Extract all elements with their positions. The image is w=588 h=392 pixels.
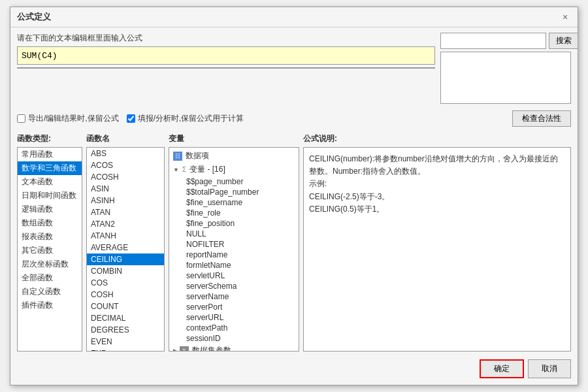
dataset-params-group[interactable]: ▶Σ数据集参数 <box>171 344 297 351</box>
formula-multiline-area[interactable] <box>17 67 435 69</box>
category-item-common[interactable]: 常用函数 <box>18 148 82 161</box>
category-item-count[interactable]: 数组函数 <box>18 216 82 230</box>
options-row: 导出/编辑结果时,保留公式 填报/分析时,保留公式用于计算 检查合法性 <box>17 108 571 129</box>
function-list: ABSACOSACOSHASINASINHATANATAN2ATANHAVERA… <box>86 147 165 351</box>
close-button[interactable]: × <box>559 11 571 23</box>
export-option[interactable]: 导出/编辑结果时,保留公式 <box>17 113 119 124</box>
dataset-params-label: 数据集参数 <box>192 345 231 351</box>
function-item-count[interactable]: COUNT <box>87 301 164 312</box>
formula-dialog: 公式定义 × 请在下面的文本编辑框里面输入公式 搜索 导出/编辑结果时,保 <box>10 7 578 385</box>
variable-item[interactable]: NULL <box>171 229 297 239</box>
function-item-atanh[interactable]: ATANH <box>87 230 164 242</box>
function-item-average[interactable]: AVERAGE <box>87 242 164 253</box>
category-item-plugin[interactable]: 插件函数 <box>18 299 82 312</box>
variable-item[interactable]: $$page_number <box>171 176 297 187</box>
function-item-even[interactable]: EVEN <box>87 336 164 348</box>
formula-input[interactable] <box>17 46 435 65</box>
search-row: 搜索 <box>440 33 571 49</box>
title-bar: 公式定义 × <box>10 7 578 27</box>
variable-item[interactable]: serverSchema <box>171 281 297 291</box>
main-panels: 函数类型: 常用函数数学和三角函数文本函数日期和时间函数逻辑函数数组函数报表函数… <box>17 133 571 351</box>
variable-item[interactable]: serverURL <box>171 312 297 323</box>
category-label: 函数类型: <box>17 133 82 144</box>
variable-item[interactable]: reportName <box>171 250 297 260</box>
variable-item[interactable]: servletURL <box>171 270 297 281</box>
variable-item[interactable]: NOFILTER <box>171 239 297 250</box>
category-list: 常用函数数学和三角函数文本函数日期和时间函数逻辑函数数组函数报表函数其它函数层次… <box>17 147 82 351</box>
function-item-asinh[interactable]: ASINH <box>87 195 164 206</box>
variable-item[interactable]: $fine_position <box>171 218 297 229</box>
confirm-button[interactable]: 确定 <box>480 359 524 378</box>
variable-panel: 变量 ☷数据项▼Σ变量 - [16]$$page_number$$totalPa… <box>169 133 299 351</box>
category-item-datetime[interactable]: 日期和时间函数 <box>18 189 82 203</box>
function-item-combin[interactable]: COMBIN <box>87 265 164 277</box>
variable-item[interactable]: serverPort <box>171 302 297 312</box>
data-items-group[interactable]: ☷数据项 <box>171 149 297 163</box>
variable-tree: ☷数据项▼Σ变量 - [16]$$page_number$$totalPage_… <box>169 147 299 351</box>
search-button[interactable]: 搜索 <box>549 33 578 49</box>
category-item-math[interactable]: 数学和三角函数 <box>18 161 82 175</box>
cancel-button[interactable]: 取消 <box>528 359 571 378</box>
check-validity-button[interactable]: 检查合法性 <box>512 110 571 127</box>
function-item-cosh[interactable]: COSH <box>87 289 164 301</box>
grid-icon: ☷ <box>173 152 182 161</box>
expand-icon-dataset: ▶ <box>173 348 178 352</box>
function-label: 函数名 <box>86 133 165 144</box>
category-item-custom[interactable]: 自定义函数 <box>18 285 82 299</box>
variable-item[interactable]: contextPath <box>171 323 297 333</box>
top-section: 请在下面的文本编辑框里面输入公式 搜索 <box>17 33 571 104</box>
variable-item[interactable]: sessionID <box>171 333 297 344</box>
category-item-other[interactable]: 其它函数 <box>18 244 82 257</box>
function-item-degrees[interactable]: DEGREES <box>87 324 164 336</box>
fill-checkbox[interactable] <box>127 114 135 123</box>
fill-option[interactable]: 填报/分析时,保留公式用于计算 <box>127 113 244 124</box>
sigma-icon-2: Σ <box>180 346 189 352</box>
function-panel: 函数名 ABSACOSACOSHASINASINHATANATAN2ATANHA… <box>86 133 165 351</box>
dialog-body: 请在下面的文本编辑框里面输入公式 搜索 导出/编辑结果时,保留公式 填报/分析时… <box>10 27 578 385</box>
fill-label: 填报/分析时,保留公式用于计算 <box>138 113 244 124</box>
function-item-abs[interactable]: ABS <box>87 148 164 159</box>
function-item-ceiling[interactable]: CEILING <box>87 253 164 265</box>
category-item-text[interactable]: 文本函数 <box>18 175 82 189</box>
function-item-acosh[interactable]: ACOSH <box>87 171 164 183</box>
variable-group-label: 变量 - [16] <box>189 164 225 175</box>
variable-item[interactable]: $$totalPage_number <box>171 187 297 197</box>
export-checkbox[interactable] <box>17 114 25 123</box>
variable-item[interactable]: serverName <box>171 291 297 302</box>
variable-item[interactable]: formletName <box>171 260 297 270</box>
category-panel: 函数类型: 常用函数数学和三角函数文本函数日期和时间函数逻辑函数数组函数报表函数… <box>17 133 82 351</box>
formula-left: 请在下面的文本编辑框里面输入公式 <box>17 33 435 69</box>
variable-label: 变量 <box>169 133 299 144</box>
category-item-logic[interactable]: 逻辑函数 <box>18 203 82 216</box>
function-item-exp[interactable]: EXP <box>87 348 164 351</box>
function-item-decimal[interactable]: DECIMAL <box>87 312 164 324</box>
category-item-layer[interactable]: 层次坐标函数 <box>18 257 82 271</box>
category-item-all[interactable]: 全部函数 <box>18 271 82 285</box>
search-result-box <box>440 52 571 104</box>
dialog-title: 公式定义 <box>17 11 51 23</box>
sigma-icon: Σ <box>182 166 186 173</box>
search-col: 搜索 <box>440 33 571 104</box>
desc-label: 公式说明: <box>303 133 571 144</box>
variable-item[interactable]: $fine_role <box>171 208 297 218</box>
function-item-asin[interactable]: ASIN <box>87 183 164 195</box>
expand-icon: ▼ <box>173 167 179 173</box>
bottom-buttons: 确定 取消 <box>17 355 571 380</box>
search-input[interactable] <box>440 33 546 49</box>
data-items-label: 数据项 <box>186 150 209 161</box>
variable-group[interactable]: ▼Σ变量 - [16] <box>171 163 297 176</box>
variable-item[interactable]: $fine_username <box>171 197 297 208</box>
formula-instruction: 请在下面的文本编辑框里面输入公式 <box>17 33 435 44</box>
function-item-atan[interactable]: ATAN <box>87 206 164 218</box>
export-label: 导出/编辑结果时,保留公式 <box>28 113 119 124</box>
function-item-cos[interactable]: COS <box>87 277 164 289</box>
function-item-atan2[interactable]: ATAN2 <box>87 218 164 230</box>
description-box: CEILING(number):将参数number沿绝对值增大的方向，舍入为最接… <box>303 147 571 351</box>
category-item-report[interactable]: 报表函数 <box>18 230 82 244</box>
description-panel: 公式说明: CEILING(number):将参数number沿绝对值增大的方向… <box>303 133 571 351</box>
function-item-acos[interactable]: ACOS <box>87 159 164 171</box>
